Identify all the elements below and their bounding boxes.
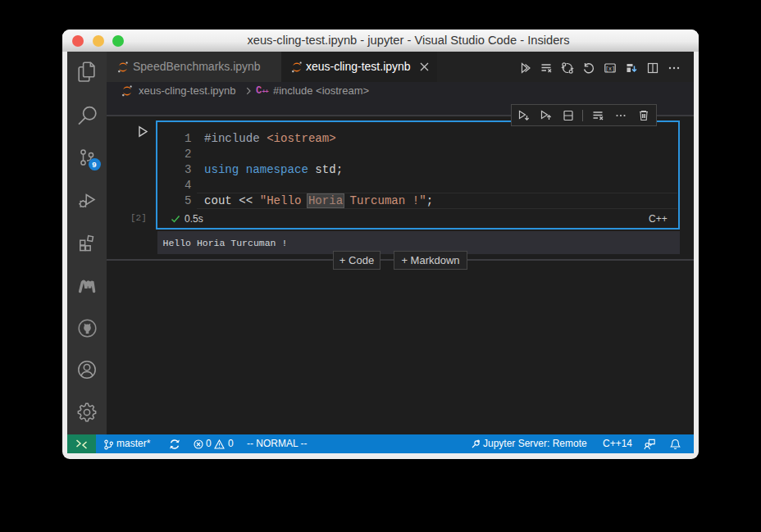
svg-text:[x]: [x] — [605, 66, 615, 71]
